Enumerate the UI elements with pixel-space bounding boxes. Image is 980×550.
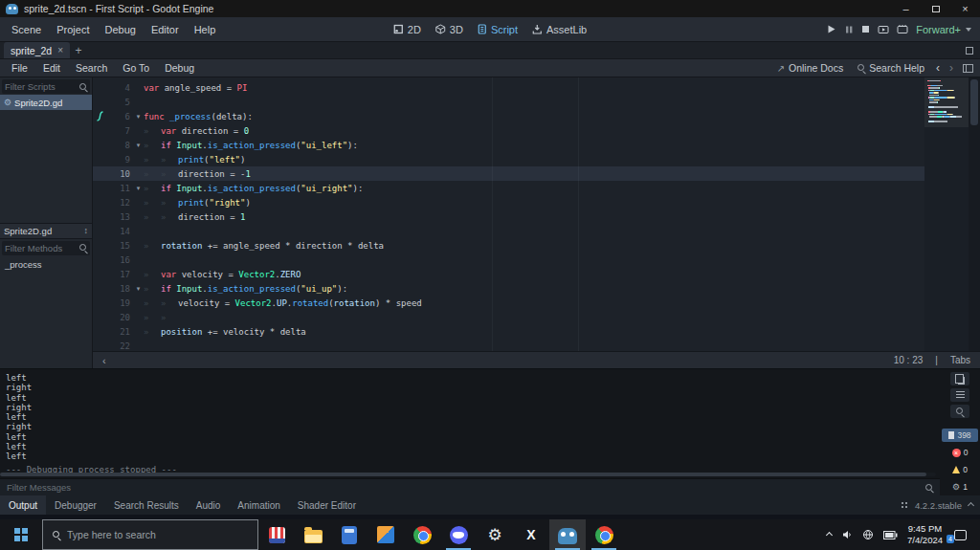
play-custom-scene-button[interactable]: [897, 24, 908, 34]
output-filter-warnings[interactable]: 0: [942, 463, 978, 476]
code-line-7[interactable]: 7»var direction = 0: [93, 123, 924, 138]
expand-bottom-panel-icon[interactable]: [968, 501, 974, 508]
distraction-free-icon[interactable]: [966, 47, 973, 55]
notification-center-button[interactable]: 4: [954, 530, 967, 540]
code-line-11[interactable]: 11▾»if Input.is_action_pressed("ui_right…: [93, 181, 924, 195]
taskbar-app-godot[interactable]: [549, 519, 586, 550]
editor-scrollbar-thumb[interactable]: [970, 79, 978, 125]
copy-output-button[interactable]: [950, 372, 969, 385]
line-number[interactable]: 22: [106, 341, 133, 351]
code-line-17[interactable]: 17»var velocity = Vector2.ZERO: [93, 267, 924, 281]
pause-button[interactable]: [844, 25, 854, 34]
indent-type[interactable]: Tabs: [950, 355, 970, 365]
taskbar-app-striped-hat[interactable]: [258, 519, 295, 550]
code-line-12[interactable]: 12»»print("right"): [93, 195, 924, 209]
line-number[interactable]: 15: [106, 241, 133, 251]
line-number[interactable]: 9: [106, 155, 133, 165]
output-filter-messages[interactable]: 398: [942, 429, 978, 442]
script-menu-search[interactable]: Search: [68, 59, 115, 77]
output-horizontal-scrollbar[interactable]: [0, 473, 936, 476]
line-number[interactable]: 19: [106, 298, 133, 308]
version-label[interactable]: 4.2.2.stable: [915, 500, 962, 511]
online-docs-button[interactable]: ↗ Online Docs: [770, 62, 851, 74]
taskbar-clock[interactable]: 9:45 PM 7/4/2024: [907, 523, 943, 547]
output-filter-editor[interactable]: ⚙1: [942, 480, 978, 494]
code-line-18[interactable]: 18▾»if Input.is_action_pressed("ui_up"):: [93, 281, 924, 296]
taskbar-app-chrome[interactable]: [404, 519, 440, 550]
taskbar-app-settings[interactable]: [477, 519, 513, 550]
taskbar-app-photos[interactable]: [368, 519, 404, 550]
taskbar-app-file-explorer[interactable]: [295, 519, 331, 550]
editor-scrollbar[interactable]: [969, 77, 980, 351]
script-menu-file[interactable]: File: [4, 59, 35, 77]
code-line-9[interactable]: 9»»print("left"): [93, 152, 924, 166]
code-fold-icon[interactable]: ▾: [133, 285, 144, 293]
clear-output-button[interactable]: [950, 388, 969, 402]
filter-methods-input[interactable]: [5, 243, 78, 253]
output-scrollbar-thumb[interactable]: [0, 473, 926, 476]
play-button[interactable]: [826, 24, 836, 34]
history-back-button[interactable]: ‹: [931, 61, 945, 75]
code-line-19[interactable]: 19»»velocity = Vector2.UP.rotated(rotati…: [93, 296, 924, 310]
stop-button[interactable]: [861, 25, 870, 33]
methods-sort-icon[interactable]: ↕: [84, 226, 89, 235]
history-forward-button[interactable]: ›: [945, 61, 958, 75]
taskbar-search[interactable]: [42, 519, 258, 550]
code-line-16[interactable]: 16: [93, 253, 924, 267]
code-line-14[interactable]: 14: [93, 224, 924, 238]
taskbar-search-input[interactable]: [67, 529, 249, 540]
workspace-tab-2d[interactable]: 2D: [393, 24, 421, 35]
output-filter-errors[interactable]: ×0: [942, 446, 978, 459]
bottom-tab-audio[interactable]: Audio: [188, 495, 230, 515]
line-number[interactable]: 11: [106, 184, 133, 193]
scripts-panel-layout-icon[interactable]: [963, 64, 973, 73]
code-line-4[interactable]: 4var angle_speed = PI: [93, 80, 924, 95]
network-icon[interactable]: [862, 529, 874, 540]
script-menu-edit[interactable]: Edit: [35, 59, 68, 77]
line-number[interactable]: 20: [106, 313, 133, 322]
maximize-button[interactable]: [921, 0, 950, 17]
bottom-tab-animation[interactable]: Animation: [229, 495, 288, 515]
menu-project[interactable]: Project: [49, 17, 97, 42]
minimap-viewport[interactable]: [924, 77, 969, 127]
workspace-tab-script[interactable]: Script: [478, 24, 518, 35]
script-menu-go-to[interactable]: Go To: [115, 59, 157, 77]
code-editor[interactable]: 4var angle_speed = PI56▾func _process(de…: [93, 77, 980, 351]
line-number[interactable]: 18: [106, 284, 133, 294]
code-line-20[interactable]: 20»»: [93, 310, 924, 324]
menu-help[interactable]: Help: [187, 17, 224, 42]
minimap[interactable]: [924, 77, 969, 351]
minimize-button[interactable]: –: [891, 0, 921, 17]
line-number[interactable]: 21: [106, 327, 133, 337]
renderer-dropdown[interactable]: Forward+: [916, 24, 971, 35]
line-number[interactable]: 16: [106, 255, 133, 265]
taskbar-app-discord[interactable]: [440, 519, 477, 550]
close-button[interactable]: ×: [950, 0, 980, 17]
code-fold-icon[interactable]: ▾: [133, 185, 144, 192]
bottom-tab-debugger[interactable]: Debugger: [46, 495, 105, 515]
line-number[interactable]: 6: [106, 112, 133, 121]
script-list-item-sprite2d-gd[interactable]: ⚙Sprite2D.gd: [0, 95, 92, 110]
play-scene-button[interactable]: [878, 24, 889, 34]
taskbar-app-calculator[interactable]: [331, 519, 368, 550]
code-line-6[interactable]: 6▾func _process(delta):: [93, 109, 924, 123]
add-scene-button[interactable]: +: [70, 42, 87, 58]
code-line-15[interactable]: 15»rotation += angle_speed * direction *…: [93, 238, 924, 253]
method-item--process[interactable]: _process: [0, 256, 92, 272]
start-button[interactable]: [0, 519, 42, 550]
scene-tab-sprite-2d[interactable]: sprite_2d ×: [4, 42, 70, 58]
code-line-13[interactable]: 13»»direction = 1: [93, 209, 924, 224]
scripts-panel-toggle[interactable]: ‹: [102, 355, 106, 366]
line-number[interactable]: 13: [106, 212, 133, 222]
line-number[interactable]: 7: [106, 126, 133, 136]
search-help-button[interactable]: Search Help: [850, 62, 931, 74]
output-search-button[interactable]: [950, 405, 969, 418]
code-line-10[interactable]: 10»»direction = -1: [93, 166, 924, 181]
menu-editor[interactable]: Editor: [144, 17, 187, 42]
code-line-5[interactable]: 5: [93, 95, 924, 109]
speaker-icon[interactable]: [841, 529, 853, 540]
tray-expand-icon[interactable]: [826, 531, 833, 538]
bottom-tab-shader-editor[interactable]: Shader Editor: [289, 495, 365, 515]
line-number[interactable]: 17: [106, 270, 133, 279]
taskbar-app-x-app[interactable]: [513, 519, 549, 550]
